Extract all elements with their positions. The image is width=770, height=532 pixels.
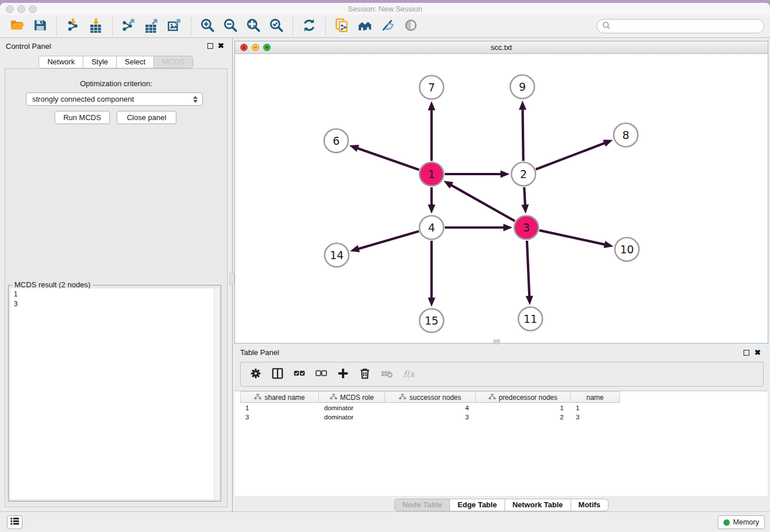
column-header-name[interactable]: name bbox=[571, 391, 620, 403]
import-network-button[interactable] bbox=[63, 18, 83, 35]
network-window-titlebar[interactable]: x – + scc.txt bbox=[235, 41, 768, 54]
graph-node-7[interactable]: 7 bbox=[419, 76, 444, 99]
table-cell[interactable]: 1 bbox=[240, 403, 319, 413]
graph-node-10[interactable]: 10 bbox=[615, 238, 639, 261]
criterion-select[interactable]: strongly connected component bbox=[26, 92, 203, 106]
memory-button[interactable]: Memory bbox=[718, 515, 765, 529]
show-details-button[interactable] bbox=[401, 18, 421, 35]
table-cell[interactable]: 2 bbox=[476, 413, 571, 422]
table-close-panel-icon[interactable]: ✖ bbox=[754, 348, 761, 357]
open-folder-icon bbox=[10, 18, 25, 35]
graph-edge-4-3[interactable] bbox=[445, 224, 513, 232]
graph-edge-2-3[interactable] bbox=[521, 187, 529, 214]
graph-node-14[interactable]: 14 bbox=[325, 244, 349, 267]
memory-status-dot bbox=[723, 519, 730, 526]
import-table-button[interactable] bbox=[86, 18, 106, 35]
panel-divider-grip[interactable] bbox=[229, 273, 234, 284]
toolbar-separator bbox=[191, 18, 191, 35]
graph-edge-4-15[interactable] bbox=[428, 241, 436, 307]
graph-node-3[interactable]: 3 bbox=[514, 216, 538, 240]
task-history-button[interactable] bbox=[7, 515, 22, 529]
table-cell[interactable]: dominator bbox=[319, 403, 385, 413]
houses-button[interactable] bbox=[355, 18, 375, 35]
table-cell[interactable]: 3 bbox=[571, 413, 620, 422]
tab-node-table[interactable]: Node Table bbox=[394, 499, 450, 511]
close-panel-button[interactable]: Close panel bbox=[117, 111, 176, 124]
gear-icon bbox=[249, 367, 262, 382]
tab-network-table[interactable]: Network Table bbox=[505, 499, 571, 511]
gear-button[interactable] bbox=[248, 367, 263, 382]
zoom-in-button[interactable] bbox=[198, 18, 217, 35]
columns-button[interactable] bbox=[270, 367, 285, 382]
run-mcds-button[interactable]: Run MCDS bbox=[55, 111, 110, 124]
column-header-shared-name[interactable]: shared name bbox=[240, 391, 319, 403]
export-image-button[interactable] bbox=[165, 18, 184, 35]
tab-mcds[interactable]: MCDS bbox=[154, 56, 192, 68]
graph-edge-3-11[interactable] bbox=[526, 241, 533, 305]
graph-node-6[interactable]: 6 bbox=[324, 129, 348, 153]
table-row[interactable]: 1dominator411 bbox=[240, 403, 620, 413]
graph-node-8[interactable]: 8 bbox=[614, 124, 638, 147]
add-button[interactable] bbox=[336, 367, 351, 382]
hide-details-button[interactable] bbox=[378, 18, 398, 35]
graph-node-2[interactable]: 2 bbox=[511, 163, 536, 186]
result-scrollbar[interactable] bbox=[214, 288, 219, 499]
control-panel: Control Panel ✖ NetworkStyleSelectMCDS O… bbox=[0, 38, 232, 511]
graph-edge-3-10[interactable] bbox=[539, 230, 613, 248]
mcds-result-text[interactable]: 13 bbox=[10, 288, 219, 499]
graph-edge-2-8[interactable] bbox=[536, 140, 613, 169]
graph-edge-4-14[interactable] bbox=[350, 231, 419, 252]
search-field[interactable] bbox=[596, 19, 764, 33]
graph-node-11[interactable]: 11 bbox=[518, 307, 542, 331]
graph-edge-1-7[interactable] bbox=[428, 101, 436, 161]
graph-edge-3-1[interactable] bbox=[444, 181, 515, 221]
network-canvas[interactable]: 7968124314101511 bbox=[235, 54, 768, 343]
table-float-panel-icon[interactable] bbox=[744, 350, 749, 356]
graph-edge-1-6[interactable] bbox=[349, 145, 419, 169]
export-table-button[interactable] bbox=[142, 18, 161, 35]
float-panel-icon[interactable] bbox=[207, 43, 213, 49]
close-panel-icon[interactable]: ✖ bbox=[218, 41, 224, 50]
save-floppy-button[interactable] bbox=[30, 18, 50, 35]
column-header-MCDS-role[interactable]: MCDS role bbox=[319, 391, 385, 403]
column-header-predecessor-nodes[interactable]: predecessor nodes bbox=[476, 391, 571, 403]
graph-node-4[interactable]: 4 bbox=[419, 216, 444, 240]
graph-node-15[interactable]: 15 bbox=[419, 309, 444, 333]
svg-text:f(x): f(x) bbox=[403, 368, 415, 378]
table-cell[interactable]: 1 bbox=[571, 403, 620, 413]
export-network-button[interactable] bbox=[119, 18, 138, 35]
export-network-icon bbox=[121, 18, 136, 35]
graph-node-9[interactable]: 9 bbox=[510, 75, 534, 99]
table-cell[interactable]: 3 bbox=[240, 413, 319, 422]
deselect-all-button[interactable] bbox=[314, 367, 329, 382]
table-cell[interactable]: dominator bbox=[319, 413, 385, 422]
table-row[interactable]: 3dominator323 bbox=[240, 413, 620, 422]
open-folder-button[interactable] bbox=[7, 18, 27, 35]
tab-motifs[interactable]: Motifs bbox=[571, 499, 609, 511]
refresh-layout-button[interactable] bbox=[299, 18, 319, 35]
graph-node-1[interactable]: 1 bbox=[419, 163, 444, 186]
tab-network[interactable]: Network bbox=[38, 56, 83, 68]
zoom-out-button[interactable] bbox=[221, 18, 240, 35]
graph-edge-2-9[interactable] bbox=[519, 101, 526, 161]
zoom-selected-button[interactable] bbox=[267, 18, 286, 35]
trash-button[interactable] bbox=[357, 367, 372, 382]
column-header-successor-nodes[interactable]: successor nodes bbox=[385, 391, 476, 403]
duplicate-network-button[interactable] bbox=[332, 18, 352, 35]
zoom-fit-icon bbox=[246, 18, 261, 35]
table-cell[interactable]: 4 bbox=[385, 403, 476, 413]
search-input[interactable] bbox=[614, 22, 764, 30]
tab-edge-table[interactable]: Edge Table bbox=[450, 499, 505, 511]
trash-icon bbox=[359, 367, 371, 382]
splitter-collapse-handle[interactable] bbox=[494, 340, 500, 344]
tab-select[interactable]: Select bbox=[117, 56, 154, 68]
graph-edge-1-2[interactable] bbox=[445, 171, 510, 178]
graph-edge-1-4[interactable] bbox=[428, 187, 436, 214]
table-cell[interactable]: 3 bbox=[385, 413, 476, 422]
table-cell[interactable]: 1 bbox=[476, 403, 571, 413]
toolbar-separator bbox=[292, 18, 293, 35]
zoom-fit-button[interactable] bbox=[244, 18, 263, 35]
select-all-button[interactable] bbox=[292, 367, 307, 382]
zoom-in-icon bbox=[200, 18, 215, 35]
tab-style[interactable]: Style bbox=[83, 56, 117, 68]
